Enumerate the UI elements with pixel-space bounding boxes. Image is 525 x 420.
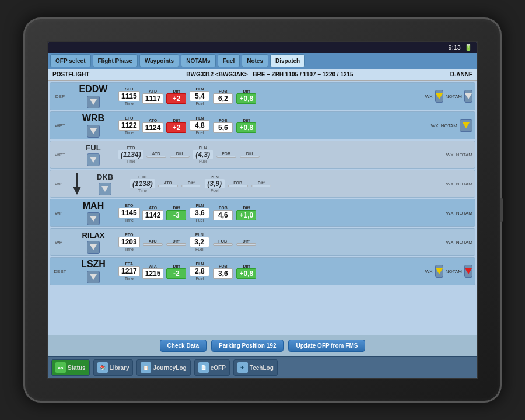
tab-fuel[interactable]: Fuel bbox=[218, 54, 240, 67]
eddw-wx-btn[interactable] bbox=[435, 90, 443, 103]
lszh-notam-btn[interactable] bbox=[464, 265, 473, 278]
rilax-diff-value bbox=[166, 243, 186, 246]
lszh-eta-label: ETA bbox=[125, 262, 133, 266]
nav-item-journey-log[interactable]: 📋 JourneyLog bbox=[136, 359, 190, 376]
rilax-dropdown[interactable] bbox=[87, 241, 100, 254]
nav-item-library[interactable]: 📚 Library bbox=[93, 359, 134, 376]
wp-name-wrb: WRB bbox=[82, 113, 104, 124]
rilax-eto-label: ETO bbox=[125, 233, 133, 237]
lszh-eta-group: ETA 1217 Time bbox=[118, 262, 140, 281]
mah-wx-label: WX bbox=[446, 211, 454, 216]
wrb-notam-btn[interactable] bbox=[460, 119, 473, 132]
ful-fob-label: FOB bbox=[222, 152, 230, 156]
dkb-notam-label: NOTAM bbox=[456, 181, 473, 187]
tab-waypoints[interactable]: Waypoints bbox=[139, 54, 179, 67]
parking-position-button[interactable]: Parking Position 192 bbox=[211, 340, 284, 352]
wrb-diff-value: +2 bbox=[166, 123, 186, 133]
eddw-fob-label: FOB bbox=[219, 89, 228, 93]
lszh-diff-group: Diff -2 bbox=[166, 264, 187, 279]
screen: 9:13 🔋 OFP select Flight Phase Waypoints… bbox=[47, 41, 478, 379]
wp-type-rilax: WPT bbox=[50, 229, 70, 256]
eddw-wx-label: WX bbox=[425, 94, 433, 99]
tab-notams[interactable]: NOTAMs bbox=[181, 54, 215, 67]
tab-ofp-select[interactable]: OFP select bbox=[50, 54, 91, 67]
eddw-notam-arrow-icon bbox=[465, 93, 472, 99]
wp-name-col-lszh: LSZH bbox=[70, 258, 117, 285]
dkb-fob-label: FOB bbox=[233, 181, 242, 185]
lszh-ata-label: ATA bbox=[149, 264, 156, 268]
rilax-fob-label: FOB bbox=[218, 239, 227, 243]
tab-dispatch[interactable]: Dispatch bbox=[270, 54, 305, 67]
nav-item-status[interactable]: as Status bbox=[51, 359, 90, 376]
mah-right: WX NOTAM bbox=[428, 200, 475, 226]
dkb-dropdown[interactable] bbox=[99, 183, 111, 195]
ful-diff-value bbox=[170, 156, 190, 158]
lszh-fob-diff-value: +0,8 bbox=[236, 268, 256, 279]
rilax-fob-value bbox=[213, 243, 233, 246]
nav-item-techlog[interactable]: ✈ TechLog bbox=[233, 359, 278, 376]
tab-flight-phase[interactable]: Flight Phase bbox=[93, 54, 138, 67]
eddw-diff-label: Diff bbox=[173, 89, 180, 93]
eddw-fob-group: FOB 6,2 bbox=[212, 89, 233, 104]
check-data-button[interactable]: Check Data bbox=[160, 340, 206, 352]
status-time: 9:13 bbox=[449, 44, 461, 51]
ful-dropdown[interactable] bbox=[87, 153, 100, 166]
dkb-eto-value: (1138) bbox=[130, 179, 155, 188]
ful-right: WX NOTAM bbox=[428, 141, 475, 168]
nav-eofp-label: eOFP bbox=[211, 365, 226, 371]
mah-fob-diff-label: Diff bbox=[243, 206, 250, 210]
wp-name-col-eddw: EDDW bbox=[70, 83, 117, 110]
rilax-eto-group: ETO 1203 Time bbox=[118, 233, 140, 251]
eddw-notam-btn[interactable] bbox=[464, 90, 473, 103]
flight-id: BWG3312 <BWG3AK> BRE – ZRH 1105 / 1107 –… bbox=[186, 71, 353, 78]
rilax-notam-label: NOTAM bbox=[456, 240, 473, 245]
waypoint-row-rilax: WPT RILAX ETO 1203 Time ATO bbox=[50, 228, 475, 256]
eddw-pln-group: PLN 5,4 Fuel bbox=[189, 87, 210, 106]
lszh-eta-value: 1217 bbox=[118, 266, 140, 276]
tab-notes[interactable]: Notes bbox=[242, 54, 268, 67]
chevron-down-icon bbox=[90, 274, 97, 280]
wrb-eto-value: 1122 bbox=[118, 120, 140, 131]
lszh-fob-diff-group: Diff +0,8 bbox=[236, 264, 257, 279]
dkb-pln-value: (3,9) bbox=[205, 179, 225, 188]
ful-eto-value: (1134) bbox=[118, 150, 144, 159]
eddw-notam-label: NOTAM bbox=[446, 94, 462, 99]
rilax-eto-value: 1203 bbox=[118, 237, 140, 247]
mah-dropdown[interactable] bbox=[87, 212, 100, 225]
rilax-fob-diff-group: Diff bbox=[236, 239, 257, 246]
ful-diff-group: Diff bbox=[169, 152, 190, 158]
bottom-nav-bar: as Status 📚 Library 📋 JourneyLog 📄 eOFP … bbox=[48, 356, 477, 378]
mah-fuel-sub: Fuel bbox=[196, 218, 204, 222]
mah-data: ETO 1145 Time ATO 1142 Diff -3 PLN 3,6 bbox=[117, 200, 428, 226]
wrb-pln-value: 4,8 bbox=[190, 120, 209, 131]
dkb-pln-group: PLN (3,9) Fuel bbox=[204, 175, 225, 192]
eddw-diff-group: Diff +2 bbox=[166, 89, 187, 104]
wrb-notam-arrow-icon bbox=[463, 123, 470, 128]
ful-pln-label: PLN bbox=[199, 146, 207, 150]
lszh-wx-btn[interactable] bbox=[435, 265, 443, 278]
wrb-time-sub: Time bbox=[125, 131, 134, 135]
eddw-atd-group: ATD 1117 bbox=[142, 89, 164, 104]
lszh-pln-label: PLN bbox=[195, 262, 204, 266]
nav-tabs: OFP select Flight Phase Waypoints NOTAMs… bbox=[48, 52, 477, 69]
nav-techlog-label: TechLog bbox=[250, 365, 274, 371]
wp-name-col-dkb: DKB bbox=[82, 170, 128, 197]
lszh-notam-label: NOTAM bbox=[446, 269, 462, 274]
ful-diff-label: Diff bbox=[176, 152, 183, 156]
dkb-data: ETO (1138) Time ATO Diff PLN (3,9) bbox=[128, 170, 428, 197]
rilax-fuel-sub: Fuel bbox=[195, 247, 204, 251]
lszh-fob-group: FOB 3,6 bbox=[212, 264, 233, 279]
wp-name-dkb: DKB bbox=[97, 173, 113, 181]
eddw-dropdown[interactable] bbox=[87, 96, 100, 108]
wp-name-eddw: EDDW bbox=[79, 84, 108, 94]
ful-pln-value: (4,3) bbox=[193, 150, 213, 159]
ful-pln-group: PLN (4,3) Fuel bbox=[192, 146, 214, 163]
rilax-fob-diff-label: Diff bbox=[243, 239, 250, 243]
nav-item-eofp[interactable]: 📄 eOFP bbox=[194, 359, 230, 376]
eddw-atd-label: ATD bbox=[149, 89, 157, 93]
update-ofp-button[interactable]: Update OFP from FMS bbox=[288, 340, 365, 352]
wp-type-dkb: WPT bbox=[50, 170, 70, 197]
lszh-dropdown[interactable] bbox=[87, 271, 100, 284]
wrb-dropdown[interactable] bbox=[87, 125, 100, 138]
mah-eto-group: ETO 1145 Time bbox=[118, 204, 140, 222]
